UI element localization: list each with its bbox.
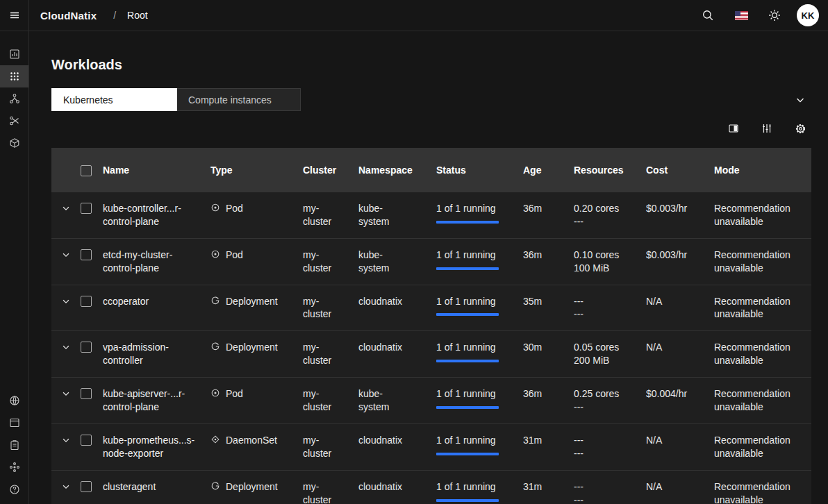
sidebar-item-optimize[interactable] bbox=[0, 110, 28, 132]
hamburger-menu-button[interactable] bbox=[0, 0, 29, 31]
sidebar-item-globe[interactable] bbox=[0, 389, 28, 412]
resources-cpu-value: --- bbox=[574, 480, 635, 494]
chevron-down-icon bbox=[61, 296, 71, 306]
resources-cpu-value: 0.25 cores bbox=[574, 387, 635, 401]
status-text: 1 of 1 running bbox=[436, 435, 496, 446]
resources-memory-value: --- bbox=[574, 308, 635, 321]
chevron-down-icon bbox=[61, 435, 71, 445]
sidebar-item-topology[interactable] bbox=[0, 87, 28, 110]
age-value: 31m bbox=[523, 480, 574, 494]
age-value: 36m bbox=[523, 202, 574, 215]
table-row[interactable]: kube-apiserver-...r-control-plane Pod my… bbox=[51, 378, 811, 424]
side-panel-button[interactable] bbox=[722, 117, 745, 140]
column-settings-button[interactable] bbox=[756, 117, 778, 140]
namespace-value: kube-system bbox=[358, 249, 436, 275]
mode-value: Recommendation unavailable bbox=[714, 249, 811, 275]
breadcrumb-separator: / bbox=[113, 10, 116, 21]
resources-memory-value: --- bbox=[574, 215, 635, 228]
sidebar-item-calendar[interactable] bbox=[0, 412, 28, 434]
select-all-checkbox[interactable] bbox=[81, 165, 92, 176]
status-progress-bar bbox=[436, 313, 499, 316]
table-row[interactable]: etcd-my-cluster-control-plane Pod my-clu… bbox=[51, 239, 811, 285]
row-checkbox[interactable] bbox=[81, 388, 92, 399]
resources-cpu-value: 0.20 cores bbox=[574, 202, 635, 215]
row-expand-button[interactable] bbox=[60, 434, 72, 446]
cost-value: $0.003/hr bbox=[646, 202, 714, 215]
table-settings-button[interactable] bbox=[789, 117, 811, 140]
column-header-resources[interactable]: Resources bbox=[574, 165, 646, 176]
sidebar-item-reports[interactable] bbox=[0, 434, 28, 456]
workload-name-link[interactable]: etcd-my-cluster-control-plane bbox=[103, 249, 210, 275]
language-flag-button[interactable] bbox=[730, 4, 752, 26]
table-row[interactable]: vpa-admission-controller Deployment my-c… bbox=[51, 331, 811, 378]
chevron-down-icon bbox=[61, 389, 71, 398]
tab-compute-instances[interactable]: Compute instances bbox=[177, 88, 301, 111]
workload-name-link[interactable]: kube-apiserver-...r-control-plane bbox=[103, 387, 210, 414]
column-header-mode[interactable]: Mode bbox=[714, 165, 811, 176]
topology-icon bbox=[9, 93, 20, 104]
column-header-name[interactable]: Name bbox=[103, 165, 210, 176]
deployment-icon bbox=[210, 481, 220, 494]
row-expand-button[interactable] bbox=[60, 202, 72, 215]
resources-memory-value: --- bbox=[574, 401, 635, 414]
table-header: Name Type Cluster Namespace Status Age R… bbox=[51, 148, 811, 192]
tab-kubernetes[interactable]: Kubernetes bbox=[51, 88, 177, 111]
mode-value: Recommendation unavailable bbox=[714, 480, 811, 504]
cluster-value: my-cluster bbox=[303, 480, 358, 504]
row-checkbox[interactable] bbox=[81, 481, 92, 492]
sidebar-item-dashboard[interactable] bbox=[0, 43, 28, 65]
sidebar-item-help[interactable] bbox=[0, 478, 28, 501]
table-row[interactable]: kube-prometheus...s-node-exporter Daemon… bbox=[51, 424, 811, 471]
resources-cpu-value: 0.10 cores bbox=[574, 249, 635, 262]
workload-name-link[interactable]: kube-controller...r-control-plane bbox=[103, 202, 210, 228]
sidebar-item-integrations[interactable] bbox=[0, 456, 28, 478]
column-header-status[interactable]: Status bbox=[436, 165, 523, 176]
row-expand-button[interactable] bbox=[60, 295, 72, 308]
user-avatar[interactable]: KK bbox=[797, 4, 819, 26]
row-checkbox[interactable] bbox=[81, 249, 92, 260]
integrations-icon bbox=[9, 462, 20, 473]
row-checkbox[interactable] bbox=[81, 342, 92, 353]
cost-value: N/A bbox=[646, 480, 714, 494]
search-button[interactable] bbox=[697, 4, 719, 26]
row-checkbox[interactable] bbox=[81, 203, 92, 214]
row-expand-button[interactable] bbox=[60, 249, 72, 261]
namespace-value: kube-system bbox=[358, 387, 436, 414]
table-row[interactable]: kube-controller...r-control-plane Pod my… bbox=[51, 192, 811, 239]
row-checkbox[interactable] bbox=[81, 296, 92, 307]
sidebar-item-workloads[interactable] bbox=[0, 65, 28, 87]
workload-name-link[interactable]: clusteragent bbox=[103, 480, 210, 494]
table-row[interactable]: ccoperator Deployment my-cluster cloudna… bbox=[51, 285, 811, 332]
workload-name-link[interactable]: kube-prometheus...s-node-exporter bbox=[103, 434, 210, 460]
workload-type-label: Deployment bbox=[226, 341, 278, 354]
settings-gear-icon bbox=[795, 123, 806, 135]
column-header-cost[interactable]: Cost bbox=[646, 165, 714, 176]
resources-memory-value: 100 MiB bbox=[574, 262, 635, 275]
row-expand-button[interactable] bbox=[60, 387, 72, 400]
pod-icon bbox=[210, 249, 220, 262]
row-expand-button[interactable] bbox=[60, 480, 72, 493]
row-expand-button[interactable] bbox=[60, 341, 72, 353]
column-header-namespace[interactable]: Namespace bbox=[358, 165, 436, 176]
brand-name[interactable]: CloudNatix bbox=[40, 10, 97, 22]
status-text: 1 of 1 running bbox=[436, 296, 496, 307]
namespace-value: cloudnatix bbox=[358, 434, 436, 447]
section-collapse-button[interactable] bbox=[789, 89, 811, 111]
breadcrumb-root[interactable]: Root bbox=[127, 10, 148, 21]
age-value: 36m bbox=[523, 249, 574, 262]
theme-toggle-button[interactable] bbox=[763, 4, 786, 26]
chevron-down-icon bbox=[61, 482, 71, 492]
column-header-age[interactable]: Age bbox=[523, 165, 574, 176]
column-header-cluster[interactable]: Cluster bbox=[303, 165, 358, 176]
age-value: 31m bbox=[523, 434, 574, 447]
dashboard-icon bbox=[9, 49, 20, 60]
column-header-type[interactable]: Type bbox=[210, 165, 303, 176]
workload-type-label: Deployment bbox=[226, 480, 278, 494]
sidebar-item-deployments[interactable] bbox=[0, 132, 28, 154]
chevron-down-icon bbox=[61, 203, 71, 213]
table-row[interactable]: clusteragent Deployment my-cluster cloud… bbox=[51, 471, 811, 504]
workload-name-link[interactable]: ccoperator bbox=[103, 295, 210, 308]
row-checkbox[interactable] bbox=[81, 435, 92, 446]
resources-memory-value: --- bbox=[574, 494, 635, 504]
workload-name-link[interactable]: vpa-admission-controller bbox=[103, 341, 210, 367]
